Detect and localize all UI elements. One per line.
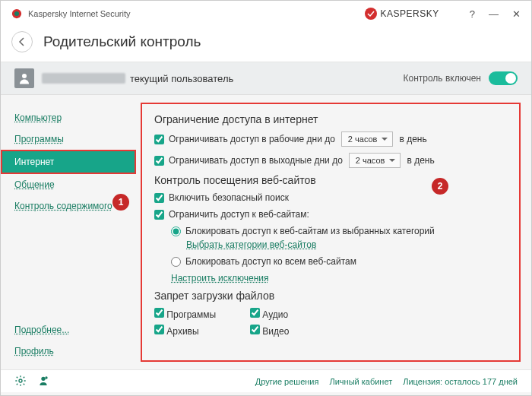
section-web-control-title: Контроль посещения веб-сайтов (154, 174, 507, 186)
help-button[interactable]: ? (470, 8, 475, 20)
minimize-button[interactable]: — (489, 8, 499, 20)
weekend-hours-select[interactable]: 2 часов (349, 153, 401, 168)
settings-panel: Ограничение доступа в интернет Ограничив… (141, 103, 521, 362)
sidebar-item-chat[interactable]: Общение (14, 179, 55, 190)
weekday-hours-select[interactable]: 2 часов (341, 131, 394, 147)
brand-logo: KASPERSKY (364, 7, 439, 21)
svg-point-6 (45, 376, 47, 379)
sidebar-profile-link[interactable]: Профиль (14, 346, 54, 356)
app-title: Kaspersky Internet Security (28, 9, 131, 18)
dl-video-checkbox[interactable]: Видео (250, 325, 334, 337)
limit-sites-input[interactable] (154, 210, 164, 220)
sidebar-item-programs[interactable]: Программы (14, 134, 64, 144)
close-button[interactable]: ✕ (512, 8, 521, 20)
limit-weekend-input[interactable] (154, 156, 164, 166)
support-icon[interactable] (37, 375, 49, 388)
page-title: Родительский контроль (43, 33, 201, 50)
svg-point-2 (365, 8, 377, 20)
gear-icon[interactable] (14, 375, 27, 388)
sidebar-more-link[interactable]: Подробнее... (14, 325, 69, 335)
limit-weekday-input[interactable] (154, 135, 164, 144)
section-internet-limit-title: Ограничение доступа в интернет (154, 113, 507, 125)
svg-point-1 (14, 11, 19, 16)
block-categories-input[interactable] (171, 227, 181, 236)
exceptions-link[interactable]: Настроить исключения (171, 273, 269, 284)
safe-search-input[interactable] (154, 193, 164, 203)
current-user-label: текущий пользователь (130, 73, 233, 84)
limit-weekday-checkbox[interactable]: Ограничивать доступ в рабочие дни до (154, 134, 335, 144)
block-all-radio[interactable]: Блокировать доступ ко всем веб-сайтам (171, 256, 356, 267)
footer-account[interactable]: Личный кабинет (329, 377, 392, 386)
app-logo-icon (11, 8, 22, 19)
avatar (14, 68, 34, 88)
dl-programs-checkbox[interactable]: Программы (154, 308, 238, 320)
block-categories-radio[interactable]: Блокировать доступ к веб-сайтам из выбра… (171, 226, 435, 236)
dl-archives-checkbox[interactable]: Архивы (154, 325, 238, 337)
username-redacted (42, 73, 125, 84)
svg-point-4 (19, 379, 22, 382)
control-enabled-label: Контроль включен (403, 73, 481, 84)
section-download-ban-title: Запрет загрузки файлов (154, 290, 507, 302)
safe-search-checkbox[interactable]: Включить безопасный поиск (154, 192, 289, 203)
sidebar: Компьютер Программы Интернет Общение Кон… (1, 95, 136, 369)
choose-categories-link[interactable]: Выбрать категории веб-сайтов (186, 239, 316, 250)
svg-point-3 (22, 74, 27, 78)
sidebar-item-computer[interactable]: Компьютер (14, 112, 62, 123)
control-toggle[interactable] (489, 71, 518, 85)
footer-other-solutions[interactable]: Другие решения (255, 377, 319, 386)
annotation-badge-2: 2 (432, 178, 448, 195)
annotation-badge-1: 1 (112, 194, 129, 211)
back-button[interactable] (11, 31, 33, 52)
block-all-input[interactable] (171, 257, 181, 267)
limit-weekend-checkbox[interactable]: Ограничивать доступ в выходные дни до (154, 155, 343, 166)
sidebar-item-content-control[interactable]: Контроль содержимого (14, 201, 112, 211)
svg-point-5 (41, 376, 45, 380)
limit-sites-checkbox[interactable]: Ограничить доступ к веб-сайтам: (154, 209, 309, 220)
dl-audio-checkbox[interactable]: Аудио (250, 308, 334, 320)
sidebar-item-internet[interactable]: Интернет (14, 157, 54, 167)
footer-license[interactable]: Лицензия: осталось 177 дней (403, 377, 518, 386)
